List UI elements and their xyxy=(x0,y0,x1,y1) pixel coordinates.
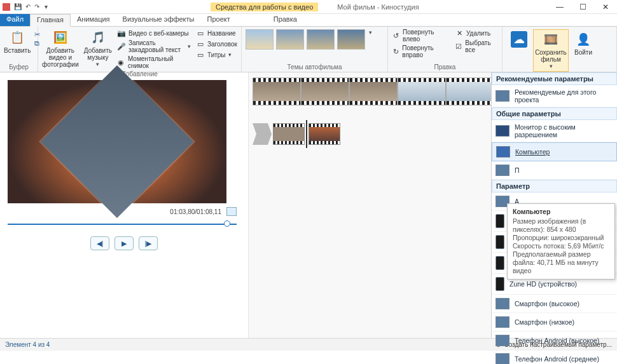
delete-icon: ✕ xyxy=(455,29,464,37)
credits-button[interactable]: ▭Титры xyxy=(195,50,239,60)
qat-redo-icon[interactable]: ↷ xyxy=(34,3,39,10)
qat-customize-icon[interactable]: ▾ xyxy=(43,3,49,10)
app-icon xyxy=(3,3,10,11)
preview-pane: 01:03,80/01:08,11 ◀| ▶ |▶ xyxy=(0,72,248,338)
clip-thumb[interactable] xyxy=(301,78,349,105)
option-android-mid[interactable]: Телефон Android (среднее) xyxy=(492,350,617,364)
video-preview[interactable] xyxy=(8,80,226,203)
close-button[interactable]: ✕ xyxy=(594,0,617,14)
next-frame-button[interactable]: |▶ xyxy=(139,236,158,250)
option-smartphone-low[interactable]: Смартфон (низкое) xyxy=(492,313,617,332)
device-icon xyxy=(496,335,510,346)
timecode-label: 01:03,80/01:08,11 xyxy=(170,208,221,215)
clip-thumb[interactable] xyxy=(253,78,301,105)
rotate-left-icon: ↺ xyxy=(392,31,400,40)
paste-icon: 📋 xyxy=(9,29,25,46)
fullscreen-button[interactable] xyxy=(226,207,237,216)
panel-header: Параметр xyxy=(492,180,617,192)
clip-thumb[interactable] xyxy=(349,78,398,105)
rotate-right-icon: ↻ xyxy=(392,47,399,56)
clip-thumb[interactable] xyxy=(446,78,494,105)
group-editing: ↺Повернуть влево ↻Повернуть вправо ✕Удал… xyxy=(388,27,503,72)
mic-icon: 🎤 xyxy=(117,42,126,51)
themes-more-icon[interactable]: ▾ xyxy=(368,29,373,36)
rotate-left-button[interactable]: ↺Повернуть влево xyxy=(391,28,451,43)
tab-animation[interactable]: Анимация xyxy=(71,14,116,26)
select-all-button[interactable]: ☑Выбрать все xyxy=(454,39,499,54)
minimize-button[interactable]: — xyxy=(548,0,571,14)
phone-icon xyxy=(496,235,504,249)
save-movie-icon: 🎞️ xyxy=(543,31,559,48)
phone-icon xyxy=(496,256,504,270)
seek-knob[interactable] xyxy=(224,220,230,227)
preview-transition-shape xyxy=(41,65,193,218)
prev-frame-button[interactable]: ◀| xyxy=(90,236,109,250)
status-item-count: Элемент 4 из 4 xyxy=(5,341,50,348)
tooltip-title: Компьютер xyxy=(513,208,609,215)
select-all-icon: ☑ xyxy=(455,42,462,51)
clip-thumb[interactable] xyxy=(308,123,340,145)
theme-thumb[interactable] xyxy=(307,29,335,50)
add-video-button[interactable]: 🖼️ Добавить видео и фотографии xyxy=(41,28,80,69)
maximize-button[interactable]: ☐ xyxy=(571,0,594,14)
tab-home[interactable]: Главная xyxy=(30,14,71,27)
music-icon: 🎵 xyxy=(90,29,106,46)
quick-access-toolbar: 💾 ↶ ↷ ▾ xyxy=(0,3,52,11)
option-recommended-project[interactable]: Рекомендуемые для этого проекта xyxy=(492,85,617,107)
option-hd-monitor[interactable]: Монитор с высоким разрешением xyxy=(492,120,617,142)
tab-file[interactable]: Файл xyxy=(0,14,30,26)
webcam-button[interactable]: 📷Видео с веб-камеры xyxy=(116,28,192,38)
panel-header: Рекомендуемые параметры xyxy=(492,72,617,85)
clip-thumb[interactable] xyxy=(398,78,446,105)
group-label: Правка xyxy=(391,63,499,71)
contextual-tab-label: Средства для работы с видео xyxy=(211,3,318,11)
qat-undo-icon[interactable]: ↶ xyxy=(25,3,31,10)
device-icon xyxy=(496,298,510,309)
tab-edit[interactable]: Правка xyxy=(267,14,303,26)
caption-icon: ▭ xyxy=(196,39,205,48)
tooltip-body: Размер изображения (в пикселях): 854 x 4… xyxy=(513,217,609,275)
group-themes: ▾ Темы автофильма xyxy=(242,27,388,72)
title-bar: 💾 ↶ ↷ ▾ Средства для работы с видео Мой … xyxy=(0,0,617,14)
cloud-icon: ☁ xyxy=(511,31,527,48)
seek-bar[interactable] xyxy=(8,222,237,226)
title-button[interactable]: ▭Название xyxy=(195,28,239,38)
theme-thumb[interactable] xyxy=(276,29,304,50)
option-p[interactable]: П xyxy=(492,161,617,180)
clip-thumb[interactable] xyxy=(273,123,305,145)
content-area: 01:03,80/01:08,11 ◀| ▶ |▶ Рек xyxy=(0,72,617,338)
qat-save-icon[interactable]: 💾 xyxy=(14,3,22,10)
transition-marker[interactable] xyxy=(253,123,272,145)
phone-icon xyxy=(496,277,504,291)
credits-icon: ▭ xyxy=(196,50,205,59)
option-smartphone-high[interactable]: Смартфон (высокое) xyxy=(492,295,617,313)
signin-button[interactable]: 👤 Войти xyxy=(569,29,598,58)
caption-button[interactable]: ▭Заголовок xyxy=(195,39,239,49)
option-android-high[interactable]: Телефон Android (высокое) xyxy=(492,332,617,350)
device-icon xyxy=(496,316,510,328)
cloud-button[interactable]: ☁ xyxy=(505,29,533,51)
tab-project[interactable]: Проект xyxy=(200,14,236,26)
phone-icon xyxy=(496,214,504,228)
play-button[interactable]: ▶ xyxy=(114,236,134,250)
project-icon xyxy=(496,90,510,102)
delete-button[interactable]: ✕Удалить xyxy=(454,28,499,38)
paste-button[interactable]: 📋 Вставить xyxy=(3,28,32,55)
group-add: 🖼️ Добавить видео и фотографии 🎵 Добавит… xyxy=(38,27,242,72)
save-movie-button[interactable]: 🎞️ Сохранить фильм xyxy=(533,29,569,72)
theme-thumb[interactable] xyxy=(246,29,274,50)
tab-vfx[interactable]: Визуальные эффекты xyxy=(116,14,201,26)
user-icon: 👤 xyxy=(575,31,592,48)
device-icon xyxy=(496,165,510,176)
voiceover-button[interactable]: 🎤Записать закадровый текст xyxy=(116,39,192,54)
add-video-icon: 🖼️ xyxy=(52,29,69,46)
option-computer[interactable]: Компьютер xyxy=(492,142,617,161)
rotate-right-button[interactable]: ↻Повернуть вправо xyxy=(391,44,451,59)
add-music-button[interactable]: 🎵 Добавить музыку xyxy=(83,28,113,69)
webcam-icon: 📷 xyxy=(117,29,126,37)
playhead-icon[interactable] xyxy=(306,120,307,148)
snapshot-button[interactable]: ◉Моментальный снимок xyxy=(116,55,192,70)
tooltip-computer: Компьютер Размер изображения (в пикселях… xyxy=(507,203,615,280)
theme-thumb[interactable] xyxy=(337,29,365,50)
title-icon: ▭ xyxy=(196,29,205,37)
